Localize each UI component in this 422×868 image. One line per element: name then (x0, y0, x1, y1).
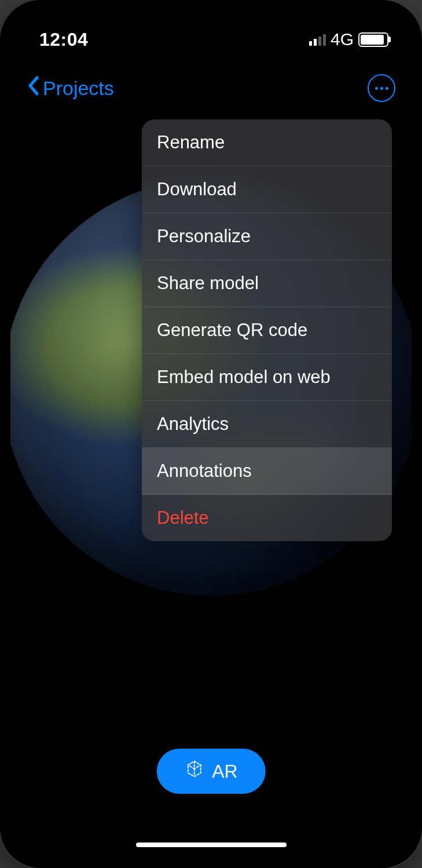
menu-item-label: Rename (157, 132, 225, 152)
screen: 12:04 4G (10, 10, 412, 858)
menu-item-personalize[interactable]: Personalize (142, 213, 392, 260)
status-bar: 12:04 4G (10, 10, 412, 68)
menu-item-label: Share model (157, 273, 259, 293)
menu-item-rename[interactable]: Rename (142, 119, 392, 166)
network-label: 4G (331, 30, 354, 49)
ar-button[interactable]: AR (156, 749, 265, 794)
menu-item-download[interactable]: Download (142, 166, 392, 213)
menu-item-label: Analytics (157, 414, 229, 434)
more-button[interactable] (368, 74, 395, 102)
status-time: 12:04 (39, 29, 88, 50)
menu-item-annotations[interactable]: Annotations (142, 448, 392, 495)
chevron-left-icon (27, 75, 41, 101)
menu-item-delete[interactable]: Delete (142, 495, 392, 541)
menu-item-label: Personalize (157, 226, 251, 246)
home-indicator[interactable] (136, 843, 287, 847)
more-icon (375, 87, 388, 90)
menu-item-label: Download (157, 179, 237, 199)
menu-item-label: Delete (157, 508, 209, 528)
menu-item-embed-model-on-web[interactable]: Embed model on web (142, 354, 392, 401)
status-right: 4G (309, 30, 388, 49)
nav-bar: Projects (10, 74, 412, 102)
back-label: Projects (43, 77, 114, 100)
menu-item-label: Embed model on web (157, 367, 331, 387)
phone-frame: 12:04 4G (0, 0, 422, 868)
menu-item-share-model[interactable]: Share model (142, 260, 392, 307)
ar-button-label: AR (212, 761, 237, 782)
menu-item-analytics[interactable]: Analytics (142, 401, 392, 448)
signal-icon (309, 33, 326, 46)
menu-item-generate-qr-code[interactable]: Generate QR code (142, 307, 392, 354)
menu-item-label: Annotations (157, 461, 252, 481)
back-button[interactable]: Projects (27, 75, 114, 101)
ar-icon (184, 759, 204, 783)
context-menu: RenameDownloadPersonalizeShare modelGene… (142, 119, 392, 541)
battery-icon (358, 32, 388, 47)
menu-item-label: Generate QR code (157, 320, 307, 340)
